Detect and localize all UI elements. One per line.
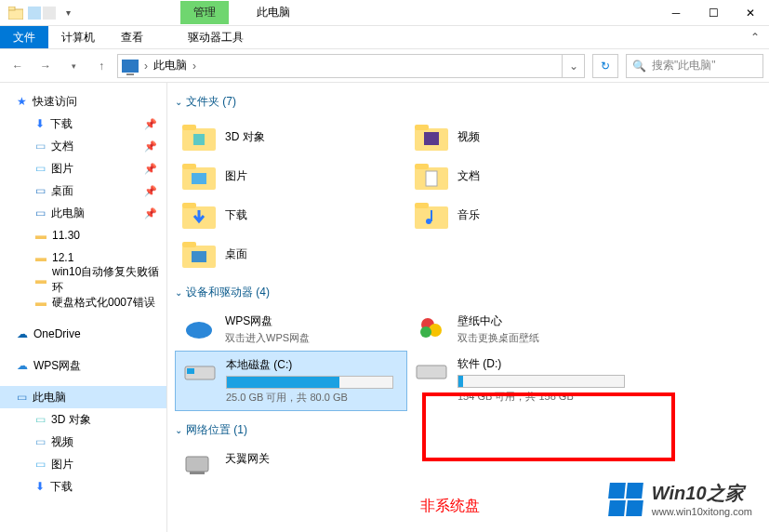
svg-rect-17 [415,203,429,208]
nav-back-button[interactable]: ← [6,54,30,78]
sidebar-item-downloads2[interactable]: ⬇ 下载 [0,475,166,498]
sidebar-label: 文档 [51,139,73,154]
search-input[interactable]: 🔍 搜索"此电脑" [626,54,763,78]
sidebar-label: 图片 [51,457,73,472]
wps-icon: ☁ [17,359,28,372]
chevron-down-icon: ⌄ [175,425,182,435]
sidebar-item-folder[interactable]: ▬ win10自动修复失败循环 [0,269,166,291]
folder-icon [182,123,216,151]
tab-drive-tools[interactable]: 驱动器工具 [175,26,257,48]
qat-dropdown[interactable]: ▾ [58,3,78,23]
sidebar-quick-access[interactable]: ★ 快速访问 [0,90,166,113]
sidebar-item-downloads[interactable]: ⬇ 下载 📌 [0,113,166,135]
context-tab[interactable]: 管理 [180,1,229,24]
minimize-button[interactable]: ─ [657,0,695,26]
address-dropdown[interactable]: ⌄ [563,54,585,78]
folder-label: 桌面 [225,246,247,262]
content-pane: ⌄ 文件夹 (7) 3D 对象 视频 图片 文档 下载 [167,83,769,532]
svg-rect-22 [192,251,206,262]
svg-rect-1 [8,7,15,10]
tab-computer[interactable]: 计算机 [48,26,108,48]
folder-downloads[interactable]: 下载 [175,195,407,234]
device-sublabel: 25.0 GB 可用，共 80.0 GB [226,391,399,405]
maximize-button[interactable]: ☐ [695,0,732,26]
pc-icon [122,60,139,73]
chevron-down-icon: ⌄ [175,97,182,107]
qat-item[interactable] [43,7,56,20]
sidebar-item-folder[interactable]: ▬ 11.30 [0,224,166,246]
device-label: WPS网盘 [225,313,400,329]
sidebar-item-documents[interactable]: ▭ 文档 📌 [0,135,166,157]
search-icon: 🔍 [632,60,646,73]
sidebar-wps[interactable]: ☁ WPS网盘 [0,354,166,377]
video-icon: ▭ [35,435,46,448]
svg-rect-30 [186,457,208,472]
progress-bar-d [457,375,625,388]
nav-forward-button[interactable]: → [33,54,58,78]
folder-pictures[interactable]: 图片 [175,156,407,195]
folder-3d[interactable]: 3D 对象 [175,117,407,156]
folder-documents[interactable]: 文档 [407,156,640,195]
svg-rect-0 [8,9,23,20]
svg-rect-4 [193,134,205,145]
folder-video[interactable]: 视频 [407,117,640,156]
svg-rect-28 [187,368,194,374]
breadcrumb-this-pc[interactable]: 此电脑 [153,58,187,73]
sidebar-label: 快速访问 [33,94,77,110]
sidebar-item-pictures2[interactable]: ▭ 图片 [0,453,166,475]
sidebar-this-pc-main[interactable]: ▭ 此电脑 [0,386,166,408]
sidebar-item-3d[interactable]: ▭ 3D 对象 [0,408,166,431]
ribbon-collapse-icon[interactable]: ⌃ [750,26,769,48]
folder-music[interactable]: 音乐 [407,195,640,234]
folder-label: 文档 [457,168,480,184]
tab-view[interactable]: 查看 [108,26,156,48]
sidebar-label: OneDrive [33,327,81,340]
folder-label: 视频 [457,129,480,145]
sidebar-item-desktop[interactable]: ▭ 桌面 📌 [0,180,166,202]
group-header-devices[interactable]: ⌄ 设备和驱动器 (4) [175,285,769,300]
svg-rect-9 [182,164,196,169]
search-placeholder: 搜索"此电脑" [652,58,716,73]
onedrive-icon: ☁ [17,327,28,340]
svg-rect-13 [426,171,437,186]
sidebar-label: WPS网盘 [33,358,81,374]
address-bar[interactable]: › 此电脑 › [117,54,563,78]
device-label: 软件 (D:) [457,356,632,372]
folder-label: 3D 对象 [225,129,265,145]
device-wallpaper[interactable]: 壁纸中心 双击更换桌面壁纸 [407,308,640,351]
svg-rect-15 [182,203,196,208]
svg-rect-31 [190,472,205,474]
star-icon: ★ [17,95,27,108]
nav-up-button[interactable]: ↑ [89,54,113,78]
group-header-folders[interactable]: ⌄ 文件夹 (7) [175,94,769,110]
sidebar-item-folder[interactable]: ▬ 硬盘格式化0007错误 [0,291,166,313]
title-bar: ▾ 管理 此电脑 ─ ☐ ✕ [0,0,769,26]
group-label: 文件夹 (7) [186,94,236,110]
pin-icon: 📌 [144,118,157,130]
download-icon: ⬇ [35,117,45,130]
ribbon-tabs: 文件 计算机 查看 驱动器工具 ⌃ [0,26,769,49]
device-wps[interactable]: WPS网盘 双击进入WPS网盘 [175,308,407,351]
device-drive-c[interactable]: 本地磁盘 (C:) 25.0 GB 可用，共 80.0 GB [175,351,407,411]
sidebar-item-this-pc[interactable]: ▭ 此电脑 📌 [0,202,166,224]
picture-icon: ▭ [35,458,46,471]
folder-icon: ▬ [35,229,46,242]
refresh-button[interactable]: ↻ [592,54,618,78]
folder-desktop[interactable]: 桌面 [175,234,407,273]
sidebar-item-video[interactable]: ▭ 视频 [0,431,166,453]
sidebar-onedrive[interactable]: ☁ OneDrive [0,323,166,345]
network-item[interactable]: 天翼网关 [175,446,407,487]
watermark-brand: Win10之家 [652,481,752,506]
sidebar-label: 此电脑 [33,390,66,406]
qat-item[interactable] [28,7,41,20]
windows-logo-icon [609,483,643,516]
svg-rect-12 [415,164,429,169]
close-button[interactable]: ✕ [732,0,769,26]
tab-file[interactable]: 文件 [0,26,48,48]
nav-history-button[interactable]: ▾ [61,54,86,78]
annotation-text: 非系统盘 [420,497,480,516]
svg-rect-6 [415,125,429,130]
navigation-bar: ← → ▾ ↑ › 此电脑 › ⌄ ↻ 🔍 搜索"此电脑" [0,49,769,83]
sidebar-item-pictures[interactable]: ▭ 图片 📌 [0,157,166,180]
folder-icon: ▬ [35,273,46,286]
